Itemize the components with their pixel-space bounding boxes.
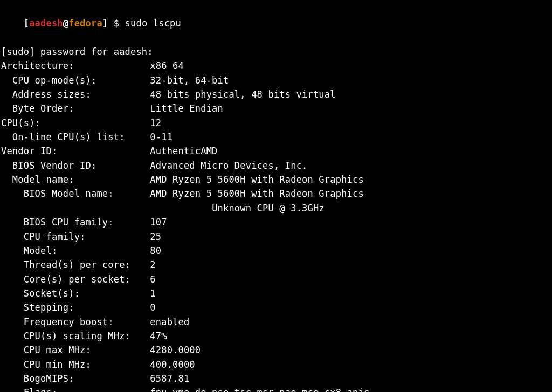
field-value: AuthenticAMD bbox=[150, 144, 551, 158]
field-label: Stepping: bbox=[1, 300, 150, 314]
lscpu-output: Architecture:x86_64 CPU op-mode(s):32-bi… bbox=[1, 59, 551, 392]
field-label: Core(s) per socket: bbox=[1, 272, 150, 286]
field-value: x86_64 bbox=[150, 59, 551, 73]
output-row: Thread(s) per core:2 bbox=[1, 258, 551, 272]
output-row: Stepping:0 bbox=[1, 300, 551, 314]
output-row: Socket(s):1 bbox=[1, 286, 551, 300]
field-label: BogoMIPS: bbox=[1, 372, 150, 386]
output-row: Vendor ID:AuthenticAMD bbox=[1, 144, 551, 158]
output-row: Address sizes:48 bits physical, 48 bits … bbox=[1, 87, 551, 101]
sudo-password-prompt: [sudo] password for aadesh: bbox=[1, 45, 551, 59]
command-text: sudo lscpu bbox=[125, 18, 181, 29]
field-value: 80 bbox=[150, 244, 551, 258]
field-value: 400.0000 bbox=[150, 357, 551, 372]
field-label: Vendor ID: bbox=[1, 144, 150, 158]
output-row: BIOS Model name:AMD Ryzen 5 5600H with R… bbox=[1, 187, 551, 201]
bracket-open: [ bbox=[24, 18, 29, 29]
terminal-output[interactable]: [aadesh@fedora] $ sudo lscpu [sudo] pass… bbox=[1, 2, 551, 392]
field-label: BIOS CPU family: bbox=[1, 215, 150, 229]
field-value: 4280.0000 bbox=[150, 343, 551, 357]
output-row: Core(s) per socket:6 bbox=[1, 272, 551, 286]
field-value: 6 bbox=[150, 272, 551, 286]
field-label: CPU max MHz: bbox=[1, 343, 150, 357]
field-value: 12 bbox=[150, 116, 551, 130]
field-value: enabled bbox=[150, 315, 551, 329]
field-label: Frequency boost: bbox=[1, 315, 150, 329]
output-row: Model:80 bbox=[1, 244, 551, 258]
field-value: AMD Ryzen 5 5600H with Radeon Graphics bbox=[150, 187, 551, 201]
field-label: BIOS Vendor ID: bbox=[1, 159, 150, 173]
prompt-line: [aadesh@fedora] $ sudo lscpu bbox=[1, 2, 551, 45]
output-row: CPU(s) scaling MHz:47% bbox=[1, 329, 551, 343]
bracket-close: ] bbox=[102, 18, 108, 29]
output-row: On-line CPU(s) list:0-11 bbox=[1, 130, 551, 144]
field-value: 2 bbox=[150, 258, 551, 272]
output-row: CPU min MHz:400.0000 bbox=[1, 357, 551, 372]
field-value: Little Endian bbox=[150, 101, 551, 115]
output-row: Unknown CPU @ 3.3GHz bbox=[1, 201, 551, 215]
field-label: Byte Order: bbox=[1, 101, 150, 115]
prompt-at: @ bbox=[63, 18, 68, 29]
output-row: Architecture:x86_64 bbox=[1, 59, 551, 73]
output-row: Model name:AMD Ryzen 5 5600H with Radeon… bbox=[1, 173, 551, 187]
output-row: CPU(s):12 bbox=[1, 116, 551, 130]
output-row: CPU max MHz:4280.0000 bbox=[1, 343, 551, 357]
prompt-dollar: $ bbox=[108, 18, 125, 29]
prompt-host: fedora bbox=[68, 18, 102, 29]
field-value: Advanced Micro Devices, Inc. bbox=[150, 159, 551, 173]
field-label: BIOS Model name: bbox=[1, 187, 150, 201]
field-label: CPU family: bbox=[1, 230, 150, 244]
field-label: Thread(s) per core: bbox=[1, 258, 150, 272]
field-value: 1 bbox=[150, 286, 551, 300]
field-value: 25 bbox=[150, 230, 551, 244]
field-label: Address sizes: bbox=[1, 87, 150, 101]
prompt-user: aadesh bbox=[29, 18, 63, 29]
field-label: Model: bbox=[1, 244, 150, 258]
field-value: 6587.81 bbox=[150, 372, 551, 386]
output-row: Flags:fpu vme de pse tsc msr pae mce cx8… bbox=[1, 386, 551, 392]
field-label: CPU min MHz: bbox=[1, 357, 150, 372]
field-label: On-line CPU(s) list: bbox=[1, 130, 150, 144]
field-value: fpu vme de pse tsc msr pae mce cx8 apic bbox=[150, 386, 551, 392]
output-row: CPU family:25 bbox=[1, 230, 551, 244]
field-label: Flags: bbox=[1, 386, 150, 392]
field-value: 0-11 bbox=[150, 130, 551, 144]
field-label: Architecture: bbox=[1, 59, 150, 73]
field-label: CPU op-mode(s): bbox=[1, 73, 150, 87]
field-label: Socket(s): bbox=[1, 286, 150, 300]
field-value: 32-bit, 64-bit bbox=[150, 73, 551, 87]
field-value: 47% bbox=[150, 329, 551, 343]
field-label: Model name: bbox=[1, 173, 150, 187]
field-label: CPU(s) scaling MHz: bbox=[1, 329, 150, 343]
output-row: BIOS CPU family:107 bbox=[1, 215, 551, 229]
field-label bbox=[1, 201, 150, 215]
output-row: Frequency boost:enabled bbox=[1, 315, 551, 329]
output-row: BIOS Vendor ID:Advanced Micro Devices, I… bbox=[1, 159, 551, 173]
output-row: BogoMIPS:6587.81 bbox=[1, 372, 551, 386]
field-value: 0 bbox=[150, 300, 551, 314]
field-value: Unknown CPU @ 3.3GHz bbox=[150, 201, 551, 215]
output-row: Byte Order:Little Endian bbox=[1, 101, 551, 115]
field-value: 107 bbox=[150, 215, 551, 229]
output-row: CPU op-mode(s):32-bit, 64-bit bbox=[1, 73, 551, 87]
field-value: AMD Ryzen 5 5600H with Radeon Graphics bbox=[150, 173, 551, 187]
field-value: 48 bits physical, 48 bits virtual bbox=[150, 87, 551, 101]
field-label: CPU(s): bbox=[1, 116, 150, 130]
